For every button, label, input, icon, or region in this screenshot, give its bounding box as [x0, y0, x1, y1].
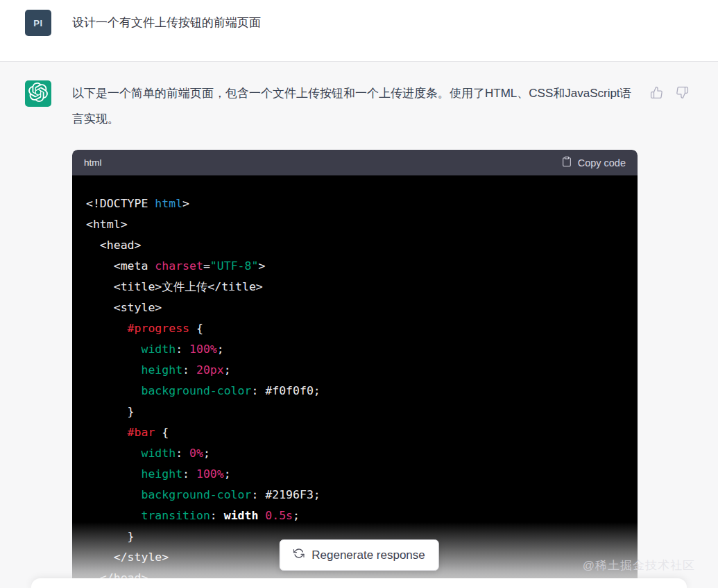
code-line: <style>	[86, 297, 624, 318]
user-message-text: 设计一个有文件上传按钮的前端页面	[72, 14, 635, 32]
code-block: html Copy code <!DOCTYPE html><html> <he…	[72, 150, 638, 588]
code-line: height: 100%;	[86, 464, 624, 485]
code-content: <!DOCTYPE html><html> <head> <meta chars…	[72, 175, 638, 588]
code-line: background-color: #f0f0f0;	[86, 381, 624, 401]
code-line: background-color: #2196F3;	[86, 485, 624, 505]
chat-page: PI 设计一个有文件上传按钮的前端页面 以下是一个简单的前端页面，包含一个文件上…	[0, 0, 718, 588]
thumbs-down-button[interactable]	[674, 85, 690, 103]
user-message-row: PI 设计一个有文件上传按钮的前端页面	[0, 0, 718, 61]
code-line: transition: width 0.5s;	[86, 505, 624, 526]
thumbs-up-button[interactable]	[649, 85, 665, 103]
regenerate-icon	[293, 548, 304, 562]
chat-input-box[interactable]	[31, 578, 687, 588]
clipboard-icon	[561, 156, 572, 169]
code-line: width: 0%;	[86, 443, 624, 464]
code-line: <html>	[86, 214, 624, 235]
code-line: width: 100%;	[86, 339, 624, 360]
user-avatar: PI	[25, 10, 51, 36]
openai-logo-icon	[28, 83, 48, 105]
assistant-message-row: 以下是一个简单的前端页面，包含一个文件上传按钮和一个上传进度条。使用了HTML、…	[0, 61, 718, 588]
code-line: height: 20px;	[86, 360, 624, 381]
thumbs-down-icon	[676, 91, 689, 101]
code-block-header: html Copy code	[72, 150, 638, 175]
regenerate-label: Regenerate response	[311, 548, 425, 562]
code-line: <!DOCTYPE html>	[86, 193, 624, 214]
assistant-message-text: 以下是一个简单的前端页面，包含一个文件上传按钮和一个上传进度条。使用了HTML、…	[72, 80, 642, 132]
code-line: #progress {	[86, 318, 624, 339]
code-line: <meta charset="UTF-8">	[86, 256, 624, 277]
copy-code-button[interactable]: Copy code	[561, 156, 626, 169]
thumbs-up-icon	[650, 91, 663, 101]
feedback-controls	[649, 85, 690, 103]
code-line: <title>文件上传</title>	[86, 277, 624, 297]
code-line: }	[86, 401, 624, 422]
regenerate-response-button[interactable]: Regenerate response	[279, 539, 439, 571]
assistant-avatar	[25, 80, 51, 107]
code-line: <head>	[86, 235, 624, 256]
code-language-label: html	[84, 157, 102, 168]
copy-code-label: Copy code	[578, 157, 626, 168]
code-line: #bar {	[86, 422, 624, 443]
